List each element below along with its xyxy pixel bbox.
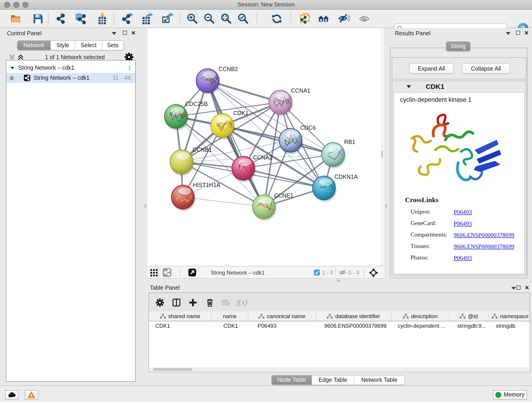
gene-collapse-icon[interactable] — [406, 85, 411, 88]
column-header-canonicalname[interactable]: canonical name — [248, 311, 316, 321]
expand-all-button[interactable]: Expand All — [409, 63, 454, 74]
control-panel-close-icon[interactable]: ✕ — [131, 31, 136, 35]
cloud-status-button[interactable] — [5, 390, 18, 400]
hidden-eye-icon — [339, 269, 346, 276]
export-image-icon[interactable] — [160, 12, 174, 26]
column-header-namespace[interactable]: namespace — [488, 311, 530, 321]
memory-button[interactable]: Memory — [493, 390, 527, 400]
crosslink-value-link[interactable]: P06493 — [454, 220, 472, 227]
selected-nodes-checkbox[interactable] — [314, 269, 320, 275]
expand-all-icon[interactable] — [17, 54, 24, 61]
node-CCNA2[interactable] — [232, 156, 255, 180]
zoom-fit-icon[interactable] — [220, 12, 233, 26]
window-title: Session: New Session — [0, 0, 532, 10]
node-label-CCNE1: CCNE1 — [274, 192, 293, 199]
network-view-share-icon[interactable] — [163, 268, 171, 277]
table-cell[interactable]: cyclin-dependent ... — [393, 321, 452, 331]
table-hscrollbar[interactable] — [149, 367, 530, 371]
table-panel-menu-icon[interactable] — [511, 287, 516, 290]
right-splitter[interactable] — [384, 28, 389, 279]
open-folder-icon[interactable] — [9, 12, 23, 26]
crosslink-value-link[interactable]: P06493 — [454, 254, 472, 261]
home-icon[interactable] — [317, 12, 330, 26]
control-panel-float-icon[interactable] — [123, 31, 127, 35]
node-CDKN1A[interactable] — [312, 176, 336, 200]
import-table-icon[interactable] — [96, 12, 109, 26]
network-selected-status: 1 of 1 Network selected — [45, 54, 105, 61]
delete-column-icon[interactable] — [205, 298, 215, 307]
tab-select[interactable]: Select — [75, 41, 102, 50]
node-CDC6[interactable] — [279, 128, 305, 152]
zoom-selected-icon[interactable] — [236, 12, 250, 26]
add-column-icon[interactable] — [188, 298, 198, 307]
collection-expand-icon[interactable] — [11, 67, 14, 69]
network-row-selected[interactable]: String Network – cdk1 11 48 — [6, 73, 135, 83]
export-table-icon[interactable] — [140, 12, 154, 26]
export-network-icon[interactable] — [121, 12, 135, 26]
results-panel-menu-icon[interactable] — [506, 32, 510, 35]
node-CDC25B[interactable] — [165, 104, 187, 128]
results-panel-close-icon[interactable]: ✕ — [524, 31, 529, 35]
column-header-name[interactable]: name — [212, 311, 248, 321]
node-label-CCNA2: CCNA2 — [253, 154, 272, 161]
table-cell[interactable]: stringdb — [491, 321, 530, 331]
right-splitter-handle[interactable] — [385, 204, 387, 208]
table-cell[interactable]: 9606.ENSP00000378699 — [317, 321, 393, 331]
network-graph[interactable]: CCNB2CCNA1CDC25BCDK1CDC6RB1CCNB1CCNA2CDK… — [147, 28, 384, 266]
table-panel-close-icon[interactable]: ✕ — [525, 286, 529, 290]
tab-string[interactable]: String — [446, 42, 470, 51]
table-cell[interactable]: P06493 — [249, 321, 317, 331]
node-CCNA1[interactable] — [269, 90, 292, 114]
results-panel: Results Panel ✕ String Expand All Collap… — [389, 28, 532, 281]
show-all-icon[interactable] — [358, 12, 372, 26]
tab-style[interactable]: Style — [51, 41, 75, 50]
memory-label: Memory — [504, 391, 525, 398]
column-header-@id[interactable]: @id — [450, 311, 488, 321]
canvas-vscrollbar-thumb[interactable] — [381, 151, 383, 158]
table-cell[interactable]: CDK1 — [212, 321, 249, 331]
horizontal-splitter-handle[interactable] — [337, 280, 341, 282]
import-network-icon[interactable] — [56, 12, 69, 26]
crosslink-value-link[interactable]: 9606.ENSP00000378699 — [454, 243, 514, 249]
hide-selected-icon[interactable] — [337, 12, 351, 26]
table-hscrollbar-thumb[interactable] — [153, 368, 192, 370]
collapse-all-icon[interactable] — [9, 54, 15, 61]
grid-view-icon[interactable] — [150, 269, 158, 277]
left-splitter[interactable] — [143, 28, 147, 385]
toolbar-separator — [257, 12, 257, 25]
table-panel-float-icon[interactable] — [516, 286, 520, 290]
control-panel-menu-icon[interactable] — [112, 32, 116, 35]
tab-sets[interactable]: Sets — [102, 41, 123, 50]
collapse-all-button[interactable]: Collapse All — [462, 63, 510, 74]
table-cell[interactable]: stringdb:9... — [452, 321, 491, 331]
zoom-out-icon[interactable] — [203, 12, 216, 26]
network-canvas[interactable]: CCNB2CCNA1CDC25BCDK1CDC6RB1CCNB1CCNA2CDK… — [147, 28, 384, 279]
tab-edge-table[interactable]: Edge Table — [312, 375, 354, 385]
tab-network[interactable]: Network — [17, 41, 51, 50]
import-database-icon[interactable] — [74, 12, 88, 26]
results-panel-float-icon[interactable] — [516, 31, 520, 35]
network-from-file-icon[interactable] — [298, 12, 312, 26]
crosslink-value-link[interactable]: 9606.ENSP00000378699 — [454, 231, 514, 238]
birds-eye-view-icon[interactable] — [188, 269, 196, 276]
tab-network-table[interactable]: Network Table — [354, 375, 405, 385]
column-header-description[interactable]: description — [391, 311, 450, 321]
left-splitter-handle[interactable] — [144, 204, 146, 208]
column-header-databaseidentifier[interactable]: database identifier — [316, 311, 391, 321]
table-row[interactable]: CDK1CDK1P064939606.ENSP00000378699cyclin… — [149, 321, 530, 331]
table-cell[interactable]: CDK1 — [149, 321, 212, 331]
tab-node-table[interactable]: Node Table — [272, 375, 312, 385]
save-icon[interactable] — [31, 12, 45, 26]
zoom-in-icon[interactable] — [186, 12, 199, 26]
node-HIST1H1A[interactable] — [171, 185, 195, 209]
warning-status-button[interactable] — [25, 390, 38, 400]
column-header-sharedname[interactable]: shared name — [149, 311, 212, 321]
network-collection-row[interactable]: String Network – cdk1 1 — [6, 63, 135, 73]
refresh-icon[interactable] — [270, 12, 284, 26]
node-CCNB1[interactable] — [170, 150, 193, 174]
canvas-vscrollbar[interactable] — [381, 28, 384, 266]
columns-icon[interactable] — [171, 298, 181, 307]
fit-selected-crosshair-icon[interactable] — [369, 268, 378, 277]
gear-icon[interactable] — [155, 298, 165, 307]
crosslink-value-link[interactable]: P06493 — [454, 208, 472, 215]
